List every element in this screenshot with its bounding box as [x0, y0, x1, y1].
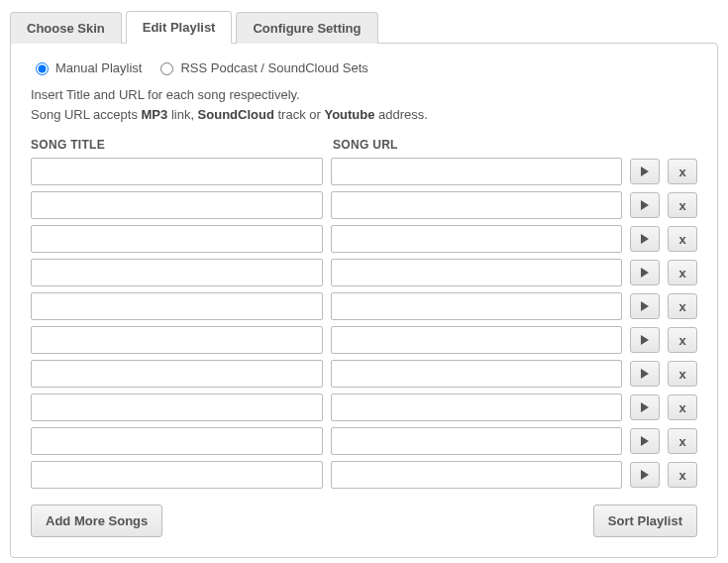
delete-button[interactable]: x — [668, 361, 697, 387]
delete-button[interactable]: x — [668, 226, 697, 252]
play-button[interactable] — [630, 159, 660, 184]
play-button[interactable] — [630, 192, 660, 218]
song-row: x — [31, 461, 697, 489]
column-headers: SONG TITLE SONG URL — [31, 138, 697, 152]
song-url-input[interactable] — [331, 158, 623, 185]
song-url-input[interactable] — [331, 427, 623, 455]
svg-marker-5 — [641, 335, 649, 345]
instructions-youtube: Youtube — [324, 107, 374, 122]
song-row: x — [31, 225, 697, 253]
svg-marker-2 — [641, 234, 649, 244]
song-row: x — [31, 394, 697, 421]
instructions-text: Insert Title and URL for each song respe… — [31, 85, 697, 124]
play-button[interactable] — [630, 428, 660, 454]
play-icon — [640, 470, 650, 480]
song-url-input[interactable] — [331, 326, 623, 354]
play-icon — [640, 301, 650, 311]
song-row: x — [31, 259, 697, 286]
song-title-input[interactable] — [31, 259, 323, 286]
header-song-url: SONG URL — [333, 138, 697, 152]
tab-choose-skin[interactable]: Choose Skin — [10, 12, 122, 44]
play-icon — [640, 335, 650, 345]
song-title-input[interactable] — [31, 225, 323, 253]
instructions-mid2: track or — [274, 107, 325, 122]
playlist-type-radios: Manual Playlist RSS Podcast / SoundCloud… — [31, 59, 697, 75]
play-icon — [640, 402, 650, 412]
song-row: x — [31, 191, 697, 219]
play-button[interactable] — [630, 293, 660, 319]
song-title-input[interactable] — [31, 191, 323, 219]
delete-button[interactable]: x — [668, 260, 697, 285]
instructions-mp3: MP3 — [142, 107, 168, 122]
instructions-mid1: link, — [167, 107, 197, 122]
song-row: x — [31, 360, 697, 388]
radio-rss-podcast-label: RSS Podcast / SoundCloud Sets — [180, 60, 367, 75]
radio-manual-playlist-input[interactable] — [36, 62, 49, 75]
song-row: x — [31, 158, 697, 185]
song-title-input[interactable] — [31, 427, 323, 455]
edit-playlist-panel: Manual Playlist RSS Podcast / SoundCloud… — [10, 43, 718, 558]
panel-footer: Add More Songs Sort Playlist — [31, 505, 697, 537]
svg-marker-1 — [641, 200, 649, 210]
radio-rss-podcast[interactable]: RSS Podcast / SoundCloud Sets — [156, 59, 367, 75]
radio-rss-podcast-input[interactable] — [160, 62, 173, 75]
delete-button[interactable]: x — [668, 462, 697, 488]
svg-marker-7 — [641, 402, 649, 412]
add-more-songs-button[interactable]: Add More Songs — [31, 505, 162, 537]
song-url-input[interactable] — [331, 259, 623, 286]
instructions-line1: Insert Title and URL for each song respe… — [31, 87, 300, 102]
play-icon — [640, 436, 650, 446]
play-icon — [640, 268, 650, 278]
play-icon — [640, 369, 650, 379]
sort-playlist-button[interactable]: Sort Playlist — [593, 505, 697, 537]
song-row: x — [31, 427, 697, 455]
song-url-input[interactable] — [331, 360, 623, 388]
song-title-input[interactable] — [31, 158, 323, 185]
play-button[interactable] — [630, 361, 660, 387]
song-url-input[interactable] — [331, 225, 623, 253]
play-icon — [640, 167, 650, 176]
tab-configure-setting[interactable]: Configure Setting — [236, 12, 377, 44]
instructions-line2-prefix: Song URL accepts — [31, 107, 142, 122]
play-button[interactable] — [630, 462, 660, 488]
song-row: x — [31, 326, 697, 354]
song-title-input[interactable] — [31, 360, 323, 388]
svg-marker-6 — [641, 369, 649, 379]
delete-button[interactable]: x — [668, 159, 697, 184]
song-url-input[interactable] — [331, 292, 623, 320]
delete-button[interactable]: x — [668, 394, 697, 420]
radio-manual-playlist-label: Manual Playlist — [55, 60, 142, 75]
song-title-input[interactable] — [31, 461, 323, 489]
svg-marker-8 — [641, 436, 649, 446]
song-title-input[interactable] — [31, 394, 323, 421]
tab-bar: Choose Skin Edit Playlist Configure Sett… — [10, 10, 718, 43]
play-button[interactable] — [630, 327, 660, 353]
svg-marker-4 — [641, 301, 649, 311]
song-url-input[interactable] — [331, 461, 623, 489]
play-icon — [640, 234, 650, 244]
delete-button[interactable]: x — [668, 192, 697, 218]
svg-marker-9 — [641, 470, 649, 480]
song-url-input[interactable] — [331, 394, 623, 421]
delete-button[interactable]: x — [668, 293, 697, 319]
header-song-title: SONG TITLE — [31, 138, 333, 152]
play-button[interactable] — [630, 260, 660, 285]
tab-edit-playlist[interactable]: Edit Playlist — [126, 11, 233, 44]
song-row: x — [31, 292, 697, 320]
song-title-input[interactable] — [31, 292, 323, 320]
instructions-soundcloud: SoundCloud — [198, 107, 274, 122]
song-rows: xxxxxxxxxx — [31, 158, 697, 489]
radio-manual-playlist[interactable]: Manual Playlist — [31, 59, 142, 75]
svg-marker-0 — [641, 167, 649, 176]
instructions-suffix: address. — [374, 107, 427, 122]
song-title-input[interactable] — [31, 326, 323, 354]
play-icon — [640, 200, 650, 210]
song-url-input[interactable] — [331, 191, 623, 219]
play-button[interactable] — [630, 394, 660, 420]
delete-button[interactable]: x — [668, 327, 697, 353]
delete-button[interactable]: x — [668, 428, 697, 454]
svg-marker-3 — [641, 268, 649, 278]
play-button[interactable] — [630, 226, 660, 252]
